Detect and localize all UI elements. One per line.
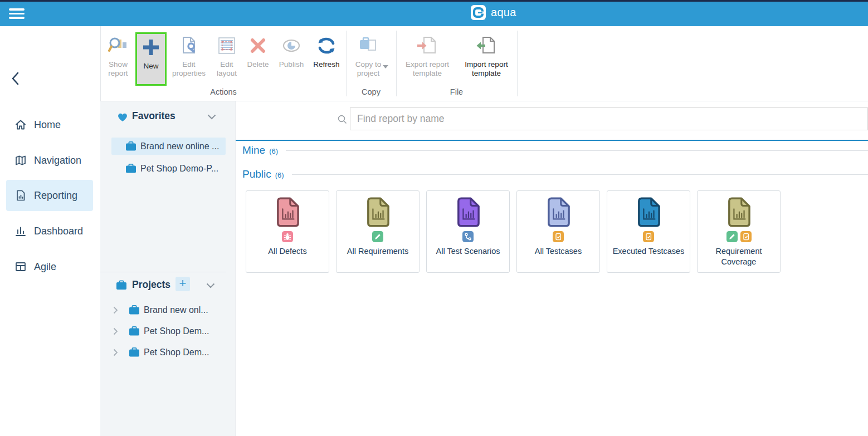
- panel-divider: [100, 272, 226, 272]
- pencil-badge-icon: [372, 231, 383, 242]
- copy-to-project-icon: [358, 33, 379, 58]
- heart-icon: [117, 112, 128, 122]
- publish-eye-icon: [281, 33, 302, 58]
- favorite-item-label: Brand new online ...: [140, 141, 219, 151]
- card-badges: [726, 231, 752, 242]
- button-label: Delete: [247, 60, 269, 69]
- report-document-icon: [456, 197, 480, 227]
- new-report-button[interactable]: New: [135, 32, 167, 86]
- report-card-all-defects[interactable]: All Defects: [246, 190, 329, 273]
- section-title[interactable]: Public: [242, 168, 271, 180]
- board-grid-icon: [14, 261, 27, 273]
- sidebar-item-navigation[interactable]: Navigation: [6, 145, 93, 176]
- reports-tree-panel: Favorites Brand new online ... Pet Shop …: [100, 101, 236, 436]
- sidebar-item-label: Navigation: [34, 155, 81, 166]
- button-label: Export report template: [399, 60, 455, 78]
- brand-name: aqua: [491, 6, 516, 19]
- delete-button[interactable]: Delete: [243, 32, 272, 86]
- card-badges: [372, 231, 383, 242]
- project-item[interactable]: Pet Shop Dem...: [109, 344, 227, 361]
- button-label: Show report: [103, 60, 133, 78]
- button-label: Import report template: [457, 60, 515, 78]
- publish-button[interactable]: Publish: [275, 32, 308, 86]
- show-report-button[interactable]: Show report: [103, 32, 133, 86]
- report-card-all-test-scenarios[interactable]: All Test Scenarios: [426, 190, 510, 273]
- chevron-right-icon[interactable]: [113, 349, 118, 356]
- search-icon: [338, 115, 347, 124]
- aqua-logo-icon: [471, 5, 486, 20]
- sidebar-item-reporting[interactable]: Reporting: [6, 180, 93, 211]
- report-card-requirement-coverage[interactable]: Requirement Coverage: [697, 190, 781, 273]
- briefcase-icon: [125, 141, 136, 151]
- button-label: Edit layout: [211, 60, 242, 78]
- new-plus-icon: [141, 35, 161, 60]
- chevron-left-icon: [12, 72, 19, 85]
- chevron-down-icon[interactable]: [206, 283, 215, 288]
- chevron-down-icon[interactable]: [207, 114, 216, 120]
- sidebar-item-home[interactable]: Home: [6, 109, 93, 140]
- refresh-icon: [316, 33, 337, 58]
- project-item[interactable]: Brand new onl...: [109, 301, 227, 319]
- section-mine: Mine (6): [242, 143, 868, 158]
- checklist-badge-icon: [740, 231, 752, 242]
- report-card-label: Executed Testcases: [609, 246, 688, 257]
- report-document-icon: [637, 197, 660, 227]
- report-card-grid: All Defects All Requirements: [246, 190, 781, 273]
- report-card-label: Requirement Coverage: [698, 246, 780, 267]
- report-card-executed-testcases[interactable]: Executed Testcases: [607, 190, 690, 273]
- export-report-template-button[interactable]: Export report template: [399, 32, 455, 86]
- ribbon-group-actions: Actions: [101, 87, 346, 99]
- add-project-button[interactable]: +: [175, 277, 190, 291]
- favorite-item-brand-new-online[interactable]: Brand new online ...: [111, 138, 226, 155]
- hamburger-menu-icon[interactable]: [9, 8, 25, 19]
- sidebar-item-label: Dashboard: [34, 226, 83, 237]
- button-label: Copy to project: [349, 60, 387, 78]
- report-card-all-testcases[interactable]: All Testcases: [516, 190, 600, 273]
- import-report-template-button[interactable]: Import report template: [457, 32, 515, 86]
- ribbon-group-file: File: [396, 87, 517, 99]
- show-report-icon: [108, 33, 128, 58]
- ribbon-toolbar: Show report New Edit properties: [100, 26, 868, 101]
- sidebar-item-dashboard[interactable]: Dashboard: [6, 215, 93, 247]
- report-card-label: All Test Scenarios: [433, 246, 504, 257]
- section-count: (6): [275, 171, 284, 179]
- project-item-label: Brand new onl...: [144, 305, 208, 315]
- checklist-badge-icon: [553, 231, 564, 242]
- copy-to-project-button[interactable]: Copy to project: [349, 32, 387, 86]
- search-input[interactable]: [350, 107, 868, 130]
- edit-properties-button[interactable]: Edit properties: [168, 32, 210, 86]
- pencil-badge-icon: [726, 231, 738, 242]
- edit-layout-icon: [217, 33, 237, 58]
- report-document-icon: [276, 197, 299, 227]
- collapse-sidebar-button[interactable]: [12, 72, 19, 87]
- sidebar-item-label: Agile: [34, 261, 56, 273]
- card-badges: [462, 231, 474, 242]
- card-badges: [553, 231, 564, 242]
- refresh-button[interactable]: Refresh: [309, 32, 344, 86]
- projects-header[interactable]: Projects +: [100, 279, 236, 296]
- ribbon-group-copy: Copy: [346, 87, 396, 99]
- report-card-label: All Requirements: [344, 246, 412, 257]
- edit-properties-icon: [179, 33, 199, 58]
- chevron-right-icon[interactable]: [113, 327, 118, 335]
- main-sidebar: Home Navigation Reporting: [0, 26, 100, 436]
- favorite-item-label: Pet Shop Demo-P...: [140, 164, 218, 174]
- favorites-header[interactable]: Favorites: [100, 110, 236, 127]
- project-item[interactable]: Pet Shop Dem...: [109, 322, 227, 340]
- delete-x-icon: [248, 33, 268, 58]
- button-label: New: [143, 62, 158, 71]
- home-icon: [14, 119, 27, 131]
- chevron-right-icon[interactable]: [113, 306, 118, 314]
- projects-title: Projects: [132, 279, 170, 291]
- report-card-label: All Defects: [265, 246, 310, 257]
- report-document-icon: [727, 197, 750, 227]
- report-document-icon: [547, 197, 570, 227]
- checklist-badge-icon: [643, 231, 654, 242]
- favorite-item-pet-shop-demo[interactable]: Pet Shop Demo-P...: [111, 160, 226, 177]
- aqua-app-window: aqua Home Na: [0, 0, 868, 436]
- bug-badge-icon: [282, 231, 293, 242]
- report-card-all-requirements[interactable]: All Requirements: [336, 190, 420, 273]
- edit-layout-button[interactable]: Edit layout: [211, 32, 242, 86]
- section-title[interactable]: Mine: [242, 144, 265, 156]
- sidebar-item-agile[interactable]: Agile: [6, 251, 93, 282]
